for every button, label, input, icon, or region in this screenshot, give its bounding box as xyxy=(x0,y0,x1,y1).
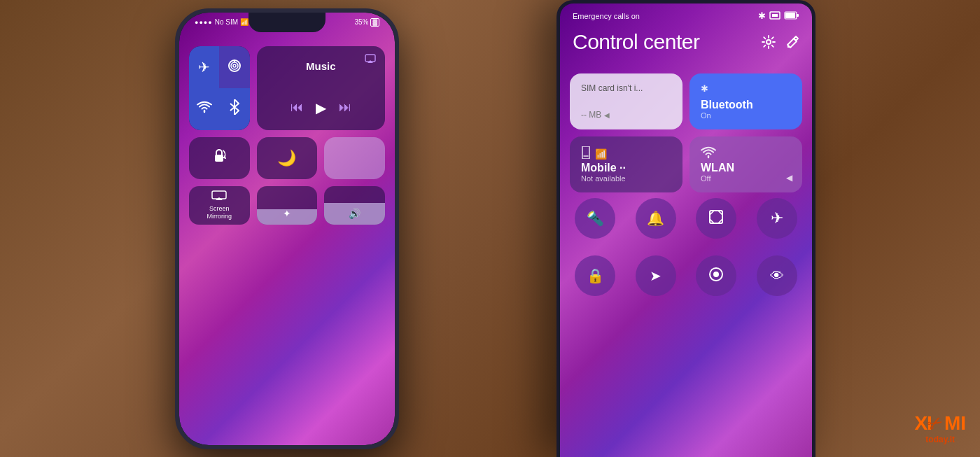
svg-rect-8 xyxy=(772,14,778,17)
xiaomi-tiles-grid: SIM card isn't i... -- MB ◀ ✱ Bluetooth … xyxy=(570,73,802,192)
bluetooth-tile-icon: ✱ xyxy=(701,83,708,94)
xiaomi-device: Emergency calls on ✱ xyxy=(483,0,889,457)
privacy-button[interactable] xyxy=(696,255,736,296)
music-controls: ⏮ ▶ ⏭ xyxy=(265,99,377,122)
wifi-icon: 📶 xyxy=(240,18,248,26)
iphone-control-grid: ✈ xyxy=(189,46,385,225)
moon-icon: 🌙 xyxy=(277,149,296,167)
iphone-notch xyxy=(248,13,326,32)
svg-point-12 xyxy=(766,40,771,44)
battery-status-icon xyxy=(784,11,799,21)
bluetooth-button[interactable] xyxy=(219,88,249,130)
iphone-status-left: ●●●● No SIM 📶 xyxy=(195,18,248,26)
brightness-slider[interactable]: ✦ xyxy=(257,186,318,225)
wifi-icon xyxy=(197,101,212,117)
wlan-tile-text: WLAN Off xyxy=(701,162,791,183)
signal-dots: ●●●● xyxy=(195,19,213,26)
signal-bars-icon: 📶 xyxy=(595,148,607,160)
empty-tile xyxy=(324,137,385,179)
mobile-tile-text: Mobile ·· Not available xyxy=(581,162,671,183)
lock-rotation-icon xyxy=(211,148,227,169)
rewind-icon[interactable]: ⏮ xyxy=(290,100,303,115)
bluetooth-icon xyxy=(229,99,240,118)
music-title: Music xyxy=(265,55,377,72)
screenshot-icon xyxy=(708,209,724,229)
screen-mirroring-label: ScreenMirroring xyxy=(207,205,232,220)
control-center-top-icons xyxy=(762,35,799,52)
eye-button[interactable]: 👁 xyxy=(757,255,797,296)
phones-container: ●●●● No SIM 📶 35% ▓ ✈ xyxy=(0,0,980,457)
edit-icon[interactable] xyxy=(785,35,799,52)
sim-mb: -- MB ◀ xyxy=(581,110,671,120)
xiaomi-icon-row1: 🔦 🔔 ✈ xyxy=(570,198,802,239)
cellular-button[interactable] xyxy=(219,46,249,88)
mobile-tile-header: 📶 xyxy=(581,146,671,161)
control-center-title: Control center xyxy=(573,30,699,54)
svg-rect-10 xyxy=(785,13,795,18)
control-row2: 🌙 xyxy=(189,137,385,179)
airplane-icon2: ✈ xyxy=(771,209,783,227)
wlan-tile[interactable]: WLAN Off ◀ xyxy=(690,136,802,192)
sim-status-icon xyxy=(769,11,780,21)
navigation-button[interactable]: ➤ xyxy=(636,255,676,296)
iphone-body: ●●●● No SIM 📶 35% ▓ ✈ xyxy=(175,8,399,449)
iphone-status-right: 35% ▓ xyxy=(354,18,379,27)
svg-rect-5 xyxy=(215,155,223,162)
lock-icon2: 🔒 xyxy=(587,267,604,284)
eye-icon: 👁 xyxy=(770,268,784,284)
lock-button[interactable]: 🔒 xyxy=(575,255,615,296)
xiaomi-status-bar: Emergency calls on ✱ xyxy=(560,10,812,21)
wlan-arrow: ◀ xyxy=(786,173,792,183)
iphone-device: ●●●● No SIM 📶 35% ▓ ✈ xyxy=(91,0,483,457)
sim-tile[interactable]: SIM card isn't i... -- MB ◀ xyxy=(570,73,682,129)
watermark-mi: MI xyxy=(944,412,966,435)
settings-icon[interactable] xyxy=(762,35,776,52)
xiaomi-icon-row2: 🔒 ➤ 👁 xyxy=(570,255,802,296)
volume-icon: 🔊 xyxy=(349,208,360,219)
privacy-icon xyxy=(708,267,724,286)
control-row3: ScreenMirroring ✦ 🔊 xyxy=(189,186,385,225)
flashlight-button[interactable]: 🔦 xyxy=(575,198,615,239)
play-icon[interactable]: ▶ xyxy=(316,99,326,116)
airplane-mode-button[interactable]: ✈ xyxy=(189,46,219,88)
svg-point-2 xyxy=(233,64,236,67)
bluetooth-status-icon: ✱ xyxy=(758,10,766,21)
bluetooth-tile[interactable]: ✱ Bluetooth On ◀ xyxy=(690,73,802,129)
bluetooth-tile-title: Bluetooth On xyxy=(701,99,791,120)
screen-mirroring-button[interactable]: ScreenMirroring xyxy=(189,186,250,225)
carrier-label: No SIM xyxy=(215,18,238,26)
cellular-icon xyxy=(227,59,241,76)
screen-mirror-icon xyxy=(211,190,227,203)
sim-label: SIM card isn't i... xyxy=(581,83,671,93)
watermark-domain: today.it xyxy=(925,435,955,444)
volume-slider[interactable]: 🔊 xyxy=(324,186,385,225)
airplay-icon xyxy=(364,53,377,66)
bell-icon: 🔔 xyxy=(647,210,664,227)
connectivity-tile: ✈ xyxy=(189,46,250,130)
battery-icon: ▓ xyxy=(370,18,379,27)
arrow-icon: ◀ xyxy=(604,111,610,119)
music-tile[interactable]: Music ⏮ ▶ ⏭ xyxy=(257,46,385,130)
svg-point-1 xyxy=(231,62,238,69)
watermark: XI ✂ MI today.it xyxy=(914,412,966,444)
do-not-disturb-button[interactable]: 🌙 xyxy=(257,137,318,179)
emergency-calls-label: Emergency calls on xyxy=(573,12,640,20)
airplane-button[interactable]: ✈ xyxy=(757,198,797,239)
svg-point-16 xyxy=(713,272,719,277)
battery-label: 35% xyxy=(354,18,368,26)
bell-button[interactable]: 🔔 xyxy=(636,198,676,239)
wifi-button[interactable] xyxy=(189,88,219,130)
fast-forward-icon[interactable]: ⏭ xyxy=(339,100,351,115)
bluetooth-tile-header: ✱ xyxy=(701,83,791,94)
mobile-icon xyxy=(581,146,591,161)
brightness-icon: ✦ xyxy=(283,208,291,219)
screenshot-button[interactable] xyxy=(696,198,736,239)
watermark-logo: XI ✂ MI xyxy=(914,412,966,435)
wlan-tile-header xyxy=(701,146,791,161)
svg-rect-11 xyxy=(797,14,799,17)
flashlight-icon: 🔦 xyxy=(587,210,604,227)
wlan-icon xyxy=(701,146,716,161)
xiaomi-body: Emergency calls on ✱ xyxy=(556,0,816,457)
mobile-tile[interactable]: 📶 Mobile ·· Not available xyxy=(570,136,682,192)
screen-lock-button[interactable] xyxy=(189,137,250,179)
